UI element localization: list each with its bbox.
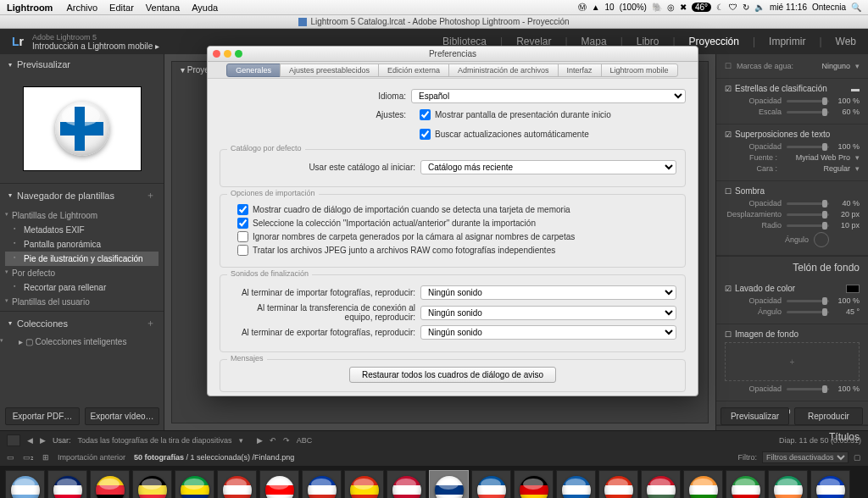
menu-help[interactable]: Ayuda xyxy=(192,3,218,13)
main-window-icon[interactable]: ▭ xyxy=(7,453,14,462)
close-icon[interactable] xyxy=(213,50,220,58)
app-name[interactable]: Lightroom xyxy=(7,3,53,13)
mobile-intro-link[interactable]: Introducción a Lightroom mobile ▸ xyxy=(32,42,159,51)
filmstrip-thumb[interactable] xyxy=(683,470,723,498)
filmstrip-thumb[interactable] xyxy=(259,470,299,498)
filmstrip-thumb[interactable] xyxy=(514,470,554,498)
menubar-time[interactable]: mié 11:16 xyxy=(770,3,807,12)
filmstrip-thumb[interactable] xyxy=(768,470,808,498)
play-button[interactable]: ▶ xyxy=(257,436,263,445)
colorwash-swatch[interactable] xyxy=(846,285,860,293)
sound-import-select[interactable]: Ningún sonido xyxy=(420,285,676,300)
filmstrip-thumb[interactable] xyxy=(47,470,87,498)
use-selector[interactable]: Todas las fotografías de la tira de diap… xyxy=(78,436,232,445)
next-button[interactable]: ▶ xyxy=(40,436,46,445)
export-video-button[interactable]: Exportar vídeo… xyxy=(85,407,159,425)
smart-collections[interactable]: ▸ ▢ Colecciones inteligentes xyxy=(0,335,164,349)
import-opt-d[interactable]: Tratar los archivos JPEG junto a archivo… xyxy=(237,245,676,256)
filmstrip-thumb[interactable] xyxy=(132,470,172,498)
menubar-user[interactable]: Ontecnia xyxy=(812,3,846,12)
pref-tab-0[interactable]: Generales xyxy=(226,64,281,77)
pref-tab-2[interactable]: Edición externa xyxy=(378,64,449,77)
add-template-button[interactable]: ＋ xyxy=(146,189,155,202)
export-pdf-button[interactable]: Exportar PDF… xyxy=(5,407,80,425)
menu-window[interactable]: Ventana xyxy=(146,3,180,13)
shadow-radius-slider[interactable] xyxy=(787,224,829,227)
menu-edit[interactable]: Editar xyxy=(109,3,134,13)
pref-tab-3[interactable]: Administración de archivos xyxy=(448,64,559,77)
default-catalog-select[interactable]: Catálogo más reciente xyxy=(420,160,676,174)
template-item[interactable]: Pie de ilustración y clasificación xyxy=(5,252,159,266)
font-select[interactable]: Myriad Web Pro xyxy=(782,153,850,162)
cw-opacity-slider[interactable] xyxy=(787,300,829,302)
spotlight-icon[interactable]: 🔍 xyxy=(851,3,861,12)
filter-lock-icon[interactable]: ▢ xyxy=(854,453,861,462)
stars-opacity-slider[interactable] xyxy=(787,100,829,102)
filmstrip-thumb[interactable] xyxy=(344,470,384,498)
stars-scale-slider[interactable] xyxy=(787,111,829,113)
import-opt-b[interactable]: Seleccione la colección "Importación act… xyxy=(237,218,676,229)
template-item[interactable]: Metadatos EXIF xyxy=(5,223,159,237)
module-web[interactable]: Web xyxy=(836,36,856,47)
bg-opacity-slider[interactable] xyxy=(787,388,829,390)
rotate-cw-button[interactable]: ↷ xyxy=(283,436,290,445)
grid-icon[interactable]: ⊞ xyxy=(42,453,49,462)
second-window-icon[interactable]: ▭₂ xyxy=(23,453,34,462)
pref-tab-1[interactable]: Ajustes preestablecidos xyxy=(280,64,379,77)
shadow-offset-slider[interactable] xyxy=(787,213,829,216)
language-select[interactable]: Español xyxy=(411,89,686,103)
template-item[interactable]: Por defecto xyxy=(5,266,159,280)
restore-dialogs-button[interactable]: Restaurar todos los cuadros de diálogo d… xyxy=(349,367,556,383)
face-select[interactable]: Regular xyxy=(782,164,850,173)
splash-checkbox[interactable]: Mostrar pantalla de presentación durante… xyxy=(420,109,611,120)
import-opt-a[interactable]: Mostrar cuadro de diálogo de importación… xyxy=(237,204,676,215)
prev-button[interactable]: ◀ xyxy=(27,436,33,445)
filmstrip-thumb[interactable] xyxy=(598,470,638,498)
bg-image-toggle[interactable]: Imagen de fondo xyxy=(735,329,798,339)
filmstrip-thumb[interactable] xyxy=(302,470,342,498)
filmstrip-thumb[interactable] xyxy=(90,470,130,498)
update-checkbox[interactable]: Buscar actualizaciones automáticamente xyxy=(420,129,589,140)
preview-header[interactable]: ▾Previsualizar xyxy=(0,54,164,75)
pref-tab-5[interactable]: Lightroom mobile xyxy=(601,64,678,77)
colorwash-toggle[interactable]: Lavado de color xyxy=(735,284,795,293)
template-browser-header[interactable]: ▾Navegador de plantillas＋ xyxy=(0,183,164,207)
stars-toggle[interactable]: Estrellas de clasificación xyxy=(735,84,827,93)
sound-export-select[interactable]: Ningún sonido xyxy=(420,325,676,340)
text-overlay-toggle[interactable]: Superposiciones de texto xyxy=(735,130,830,139)
filmstrip-thumb[interactable] xyxy=(641,470,681,498)
module-imprimir[interactable]: Imprimir xyxy=(769,36,805,47)
abc-button[interactable]: ABC xyxy=(297,436,313,445)
backdrop-header[interactable]: Telón de fondo xyxy=(716,256,868,279)
filmstrip[interactable] xyxy=(0,466,868,498)
dialog-titlebar[interactable]: Preferencias xyxy=(208,47,698,62)
filmstrip-thumb[interactable] xyxy=(175,470,214,498)
filter-select[interactable]: Filtros desactivados xyxy=(762,451,849,463)
pref-tab-4[interactable]: Interfaz xyxy=(558,64,602,77)
filmstrip-thumb[interactable] xyxy=(387,470,426,498)
add-collection-button[interactable]: ＋ xyxy=(146,317,155,329)
import-opt-c[interactable]: Ignorar nombres de carpeta generados por… xyxy=(237,231,676,242)
stop-button[interactable] xyxy=(7,434,20,446)
filmstrip-thumb[interactable] xyxy=(471,470,511,498)
template-item[interactable]: Recortar para rellenar xyxy=(5,280,159,295)
center-tab[interactable]: Proye xyxy=(187,65,209,75)
sound-tether-select[interactable]: Ningún sonido xyxy=(420,306,676,320)
filmstrip-thumb[interactable] xyxy=(217,470,257,498)
source-label[interactable]: Importación anterior xyxy=(58,453,125,462)
template-item[interactable]: Pantalla panorámica xyxy=(5,237,159,252)
watermark-value[interactable]: Ninguno xyxy=(808,62,850,70)
filmstrip-thumb[interactable] xyxy=(810,470,850,498)
minimize-icon[interactable] xyxy=(224,50,231,58)
menu-file[interactable]: Archivo xyxy=(66,3,97,13)
bg-image-drop[interactable]: + xyxy=(725,342,860,381)
shadow-opacity-slider[interactable] xyxy=(787,202,829,205)
shadow-toggle[interactable]: Sombra xyxy=(735,186,765,196)
shadow-angle-dial[interactable] xyxy=(814,232,829,247)
zoom-icon[interactable] xyxy=(235,50,242,58)
template-item[interactable]: Plantillas del usuario xyxy=(5,295,159,309)
filmstrip-thumb[interactable] xyxy=(429,470,469,498)
filmstrip-thumb[interactable] xyxy=(556,470,596,498)
text-opacity-slider[interactable] xyxy=(787,146,829,148)
cw-angle-slider[interactable] xyxy=(787,311,829,313)
